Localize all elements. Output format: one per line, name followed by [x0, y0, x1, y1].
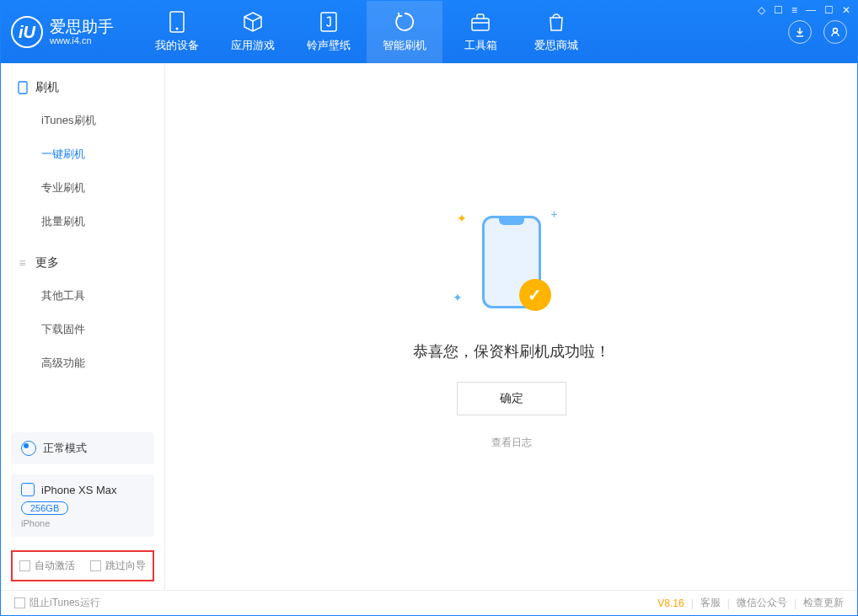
header: iU 爱思助手 www.i4.cn 我的设备 应用游戏 铃声壁纸 智能刷机 工具… — [1, 1, 857, 63]
svg-point-1 — [176, 28, 179, 30]
nav-label: 智能刷机 — [383, 38, 426, 53]
download-icon[interactable] — [788, 20, 812, 44]
mode-icon — [21, 441, 36, 456]
logo-icon: iU — [11, 16, 43, 48]
list-icon: ≡ — [16, 257, 29, 270]
refresh-icon — [394, 11, 416, 33]
phone-outline-icon — [16, 82, 29, 94]
user-icon[interactable] — [823, 20, 847, 44]
sidebar-section-more: ≡ 更多 — [1, 238, 164, 279]
sidebar-item-oneclick-flash[interactable]: 一键刷机 — [1, 137, 164, 171]
checkbox-label: 跳过向导 — [105, 559, 146, 573]
nav-ringtones[interactable]: 铃声壁纸 — [291, 1, 367, 63]
svg-rect-5 — [19, 82, 27, 94]
section-title: 刷机 — [35, 80, 59, 95]
footer-link-wechat[interactable]: 微信公众号 — [737, 596, 787, 610]
device-icon — [166, 11, 188, 33]
bag-icon — [545, 11, 567, 33]
checkbox-icon — [14, 597, 25, 608]
success-message: 恭喜您，保资料刷机成功啦！ — [413, 341, 610, 362]
checkbox-block-itunes[interactable]: 阻止iTunes运行 — [14, 596, 100, 610]
nav-label: 爱思商城 — [534, 38, 578, 53]
device-name: iPhone XS Max — [41, 484, 117, 496]
menu-icon[interactable]: ≡ — [791, 4, 797, 16]
nav-label: 工具箱 — [464, 38, 497, 53]
checkbox-icon — [90, 560, 101, 571]
section-title: 更多 — [35, 255, 59, 271]
svg-rect-2 — [321, 13, 336, 31]
device-type: iPhone — [21, 518, 50, 528]
music-icon — [318, 11, 340, 33]
confirm-button[interactable]: 确定 — [457, 382, 566, 415]
mode-label: 正常模式 — [43, 441, 87, 456]
phone-mini-icon — [21, 483, 35, 496]
footer: 阻止iTunes运行 V8.16 | 客服 | 微信公众号 | 检查更新 — [1, 590, 857, 615]
nav-my-device[interactable]: 我的设备 — [139, 1, 215, 63]
sidebar-section-flash: 刷机 — [1, 63, 164, 104]
cube-icon — [242, 11, 264, 33]
nav-label: 我的设备 — [155, 38, 199, 53]
checkbox-skip-guide[interactable]: 跳过向导 — [90, 559, 146, 573]
nav-toolbox[interactable]: 工具箱 — [442, 1, 518, 63]
sparkle-icon: ✦ — [453, 291, 463, 304]
minimize-icon[interactable]: — — [806, 4, 816, 16]
app-name-en: www.i4.cn — [50, 35, 114, 46]
checkbox-label: 自动激活 — [35, 559, 75, 573]
checkbox-auto-activate[interactable]: 自动激活 — [19, 559, 75, 573]
sparkle-icon: ✦ — [457, 212, 467, 225]
svg-rect-3 — [472, 19, 489, 30]
sidebar-item-pro-flash[interactable]: 专业刷机 — [1, 171, 164, 205]
toolbox-icon — [469, 11, 491, 33]
feedback-icon[interactable]: ☐ — [774, 4, 783, 16]
app-name-cn: 爱思助手 — [50, 19, 114, 36]
body: 刷机 iTunes刷机 一键刷机 专业刷机 批量刷机 ≡ 更多 其他工具 下载固… — [1, 63, 857, 590]
nav-store[interactable]: 爱思商城 — [518, 1, 594, 63]
view-log-link[interactable]: 查看日志 — [491, 436, 532, 450]
version-label: V8.16 — [657, 597, 684, 609]
window-controls: ◇ ☐ ≡ — ☐ ✕ — [758, 4, 850, 16]
main-content: ✦ + ✦ ✓ 恭喜您，保资料刷机成功啦！ 确定 查看日志 — [165, 63, 857, 590]
sidebar-item-advanced[interactable]: 高级功能 — [1, 346, 164, 380]
checkbox-label: 阻止iTunes运行 — [29, 596, 100, 610]
capacity-badge: 256GB — [21, 501, 68, 515]
skin-icon[interactable]: ◇ — [758, 4, 765, 16]
mode-card[interactable]: 正常模式 — [11, 432, 154, 464]
header-right — [788, 20, 847, 44]
checkbox-icon — [19, 560, 30, 571]
sidebar: 刷机 iTunes刷机 一键刷机 专业刷机 批量刷机 ≡ 更多 其他工具 下载固… — [1, 63, 165, 590]
sidebar-item-other-tools[interactable]: 其他工具 — [1, 279, 164, 313]
nav-flash[interactable]: 智能刷机 — [367, 1, 442, 63]
footer-link-support[interactable]: 客服 — [700, 596, 721, 610]
nav-label: 应用游戏 — [231, 38, 275, 53]
success-illustration: ✦ + ✦ ✓ — [448, 203, 575, 321]
sparkle-icon: + — [550, 207, 557, 221]
maximize-icon[interactable]: ☐ — [824, 4, 834, 16]
svg-point-4 — [834, 29, 838, 33]
sidebar-item-itunes-flash[interactable]: iTunes刷机 — [1, 104, 164, 137]
close-icon[interactable]: ✕ — [842, 4, 850, 16]
footer-link-update[interactable]: 检查更新 — [803, 596, 844, 610]
highlighted-checkbox-row: 自动激活 跳过向导 — [11, 550, 154, 581]
nav-apps[interactable]: 应用游戏 — [215, 1, 291, 63]
sidebar-item-download-firmware[interactable]: 下载固件 — [1, 313, 164, 346]
check-badge-icon: ✓ — [519, 279, 551, 311]
logo: iU 爱思助手 www.i4.cn — [11, 16, 114, 48]
device-card[interactable]: iPhone XS Max 256GB iPhone — [11, 474, 154, 537]
main-nav: 我的设备 应用游戏 铃声壁纸 智能刷机 工具箱 爱思商城 — [139, 1, 594, 63]
nav-label: 铃声壁纸 — [307, 38, 351, 53]
sidebar-item-batch-flash[interactable]: 批量刷机 — [1, 205, 164, 238]
